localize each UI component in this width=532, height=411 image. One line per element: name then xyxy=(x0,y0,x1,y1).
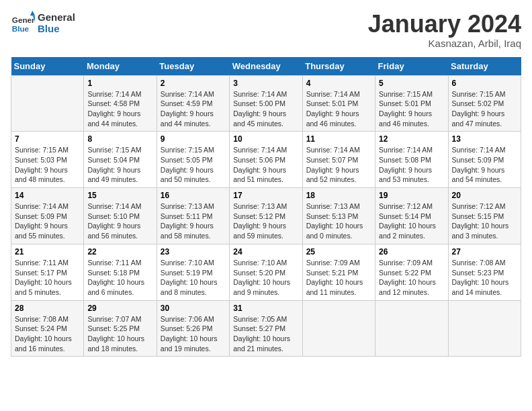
day-number: 14 xyxy=(15,191,80,200)
calendar-cell: 8Sunrise: 7:15 AMSunset: 5:04 PMDaylight… xyxy=(84,132,157,188)
day-info: Sunrise: 7:14 AMSunset: 5:00 PMDaylight:… xyxy=(233,89,298,129)
day-info: Sunrise: 7:10 AMSunset: 5:19 PMDaylight:… xyxy=(161,258,226,298)
day-number: 20 xyxy=(452,191,517,200)
day-number: 28 xyxy=(15,304,80,313)
calendar-header: SundayMondayTuesdayWednesdayThursdayFrid… xyxy=(11,57,521,76)
day-number: 18 xyxy=(306,191,371,200)
calendar-cell: 4Sunrise: 7:14 AMSunset: 5:01 PMDaylight… xyxy=(302,75,375,132)
calendar-cell: 11Sunrise: 7:14 AMSunset: 5:07 PMDayligh… xyxy=(302,132,375,188)
calendar-cell: 28Sunrise: 7:08 AMSunset: 5:24 PMDayligh… xyxy=(11,300,84,357)
month-title: January 2024 xyxy=(368,11,521,38)
calendar-cell: 2Sunrise: 7:14 AMSunset: 4:59 PMDaylight… xyxy=(157,75,229,132)
day-number: 17 xyxy=(233,191,298,200)
day-info: Sunrise: 7:05 AMSunset: 5:27 PMDaylight:… xyxy=(233,314,298,354)
title-area: January 2024 Kasnazan, Arbil, Iraq xyxy=(368,11,521,49)
day-number: 19 xyxy=(379,191,444,200)
day-number: 29 xyxy=(87,304,152,313)
day-info: Sunrise: 7:14 AMSunset: 5:07 PMDaylight:… xyxy=(306,145,371,185)
day-number: 10 xyxy=(233,134,298,144)
calendar-cell: 25Sunrise: 7:09 AMSunset: 5:21 PMDayligh… xyxy=(302,244,375,300)
weekday-header: Tuesday xyxy=(157,57,229,76)
calendar-table: SundayMondayTuesdayWednesdayThursdayFrid… xyxy=(11,57,521,357)
calendar-cell: 16Sunrise: 7:13 AMSunset: 5:11 PMDayligh… xyxy=(157,188,229,244)
weekday-header: Sunday xyxy=(11,57,84,76)
calendar-cell: 21Sunrise: 7:11 AMSunset: 5:17 PMDayligh… xyxy=(11,244,84,300)
calendar-cell: 18Sunrise: 7:13 AMSunset: 5:13 PMDayligh… xyxy=(302,188,375,244)
day-number: 3 xyxy=(233,79,298,88)
day-number: 4 xyxy=(306,79,371,88)
calendar-cell: 22Sunrise: 7:11 AMSunset: 5:18 PMDayligh… xyxy=(84,244,157,300)
calendar-cell: 30Sunrise: 7:06 AMSunset: 5:26 PMDayligh… xyxy=(157,300,229,357)
svg-text:General: General xyxy=(12,15,35,24)
day-info: Sunrise: 7:15 AMSunset: 5:02 PMDaylight:… xyxy=(452,89,517,129)
calendar-cell: 13Sunrise: 7:14 AMSunset: 5:09 PMDayligh… xyxy=(448,132,521,188)
day-number: 9 xyxy=(161,134,226,144)
calendar-row: 21Sunrise: 7:11 AMSunset: 5:17 PMDayligh… xyxy=(11,244,521,300)
day-number: 24 xyxy=(233,247,298,257)
calendar-cell xyxy=(11,75,84,132)
calendar-cell: 15Sunrise: 7:14 AMSunset: 5:10 PMDayligh… xyxy=(84,188,157,244)
day-number: 15 xyxy=(87,191,152,200)
header-row: SundayMondayTuesdayWednesdayThursdayFrid… xyxy=(11,57,521,76)
page-header: General Blue General Blue January 2024 K… xyxy=(11,11,521,49)
day-number: 12 xyxy=(379,134,444,144)
calendar-row: 28Sunrise: 7:08 AMSunset: 5:24 PMDayligh… xyxy=(11,300,521,357)
day-number: 13 xyxy=(452,134,517,144)
day-info: Sunrise: 7:15 AMSunset: 5:03 PMDaylight:… xyxy=(15,145,80,185)
calendar-cell xyxy=(375,300,448,357)
calendar-cell: 31Sunrise: 7:05 AMSunset: 5:27 PMDayligh… xyxy=(230,300,302,357)
weekday-header: Friday xyxy=(375,57,448,76)
day-info: Sunrise: 7:14 AMSunset: 4:58 PMDaylight:… xyxy=(87,89,152,129)
day-info: Sunrise: 7:14 AMSunset: 4:59 PMDaylight:… xyxy=(161,89,226,129)
day-number: 21 xyxy=(15,247,80,257)
calendar-cell: 1Sunrise: 7:14 AMSunset: 4:58 PMDaylight… xyxy=(84,75,157,132)
day-info: Sunrise: 7:15 AMSunset: 5:05 PMDaylight:… xyxy=(161,145,226,185)
calendar-cell: 23Sunrise: 7:10 AMSunset: 5:19 PMDayligh… xyxy=(157,244,229,300)
day-number: 8 xyxy=(87,134,152,144)
day-info: Sunrise: 7:11 AMSunset: 5:17 PMDaylight:… xyxy=(15,258,80,298)
day-info: Sunrise: 7:14 AMSunset: 5:09 PMDaylight:… xyxy=(452,145,517,185)
calendar-cell: 29Sunrise: 7:07 AMSunset: 5:25 PMDayligh… xyxy=(84,300,157,357)
day-number: 23 xyxy=(161,247,226,257)
day-number: 2 xyxy=(161,79,226,88)
day-info: Sunrise: 7:11 AMSunset: 5:18 PMDaylight:… xyxy=(87,258,152,298)
day-info: Sunrise: 7:15 AMSunset: 5:04 PMDaylight:… xyxy=(87,145,152,185)
logo-line2: Blue xyxy=(38,23,75,34)
day-info: Sunrise: 7:07 AMSunset: 5:25 PMDaylight:… xyxy=(87,314,152,354)
day-info: Sunrise: 7:09 AMSunset: 5:21 PMDaylight:… xyxy=(306,258,371,298)
calendar-cell: 26Sunrise: 7:09 AMSunset: 5:22 PMDayligh… xyxy=(375,244,448,300)
day-info: Sunrise: 7:13 AMSunset: 5:11 PMDaylight:… xyxy=(161,201,226,241)
calendar-row: 14Sunrise: 7:14 AMSunset: 5:09 PMDayligh… xyxy=(11,188,521,244)
day-info: Sunrise: 7:14 AMSunset: 5:10 PMDaylight:… xyxy=(87,201,152,241)
calendar-cell: 27Sunrise: 7:08 AMSunset: 5:23 PMDayligh… xyxy=(448,244,521,300)
calendar-cell: 3Sunrise: 7:14 AMSunset: 5:00 PMDaylight… xyxy=(230,75,302,132)
weekday-header: Wednesday xyxy=(230,57,302,76)
day-number: 26 xyxy=(379,247,444,257)
day-info: Sunrise: 7:08 AMSunset: 5:23 PMDaylight:… xyxy=(452,258,517,298)
day-number: 27 xyxy=(452,247,517,257)
calendar-cell: 24Sunrise: 7:10 AMSunset: 5:20 PMDayligh… xyxy=(230,244,302,300)
logo-icon: General Blue xyxy=(11,11,35,35)
day-number: 7 xyxy=(15,134,80,144)
day-number: 30 xyxy=(161,304,226,313)
day-info: Sunrise: 7:14 AMSunset: 5:08 PMDaylight:… xyxy=(379,145,444,185)
weekday-header: Thursday xyxy=(302,57,375,76)
calendar-cell xyxy=(448,300,521,357)
day-info: Sunrise: 7:09 AMSunset: 5:22 PMDaylight:… xyxy=(379,258,444,298)
day-info: Sunrise: 7:10 AMSunset: 5:20 PMDaylight:… xyxy=(233,258,298,298)
day-info: Sunrise: 7:13 AMSunset: 5:13 PMDaylight:… xyxy=(306,201,371,241)
calendar-cell: 7Sunrise: 7:15 AMSunset: 5:03 PMDaylight… xyxy=(11,132,84,188)
calendar-cell: 5Sunrise: 7:15 AMSunset: 5:01 PMDaylight… xyxy=(375,75,448,132)
calendar-cell: 12Sunrise: 7:14 AMSunset: 5:08 PMDayligh… xyxy=(375,132,448,188)
day-info: Sunrise: 7:14 AMSunset: 5:06 PMDaylight:… xyxy=(233,145,298,185)
calendar-cell: 17Sunrise: 7:13 AMSunset: 5:12 PMDayligh… xyxy=(230,188,302,244)
day-number: 6 xyxy=(452,79,517,88)
calendar-cell: 14Sunrise: 7:14 AMSunset: 5:09 PMDayligh… xyxy=(11,188,84,244)
calendar-cell: 9Sunrise: 7:15 AMSunset: 5:05 PMDaylight… xyxy=(157,132,229,188)
day-info: Sunrise: 7:13 AMSunset: 5:12 PMDaylight:… xyxy=(233,201,298,241)
day-number: 1 xyxy=(87,79,152,88)
calendar-row: 7Sunrise: 7:15 AMSunset: 5:03 PMDaylight… xyxy=(11,132,521,188)
svg-text:Blue: Blue xyxy=(12,24,30,33)
day-number: 5 xyxy=(379,79,444,88)
day-info: Sunrise: 7:14 AMSunset: 5:09 PMDaylight:… xyxy=(15,201,80,241)
